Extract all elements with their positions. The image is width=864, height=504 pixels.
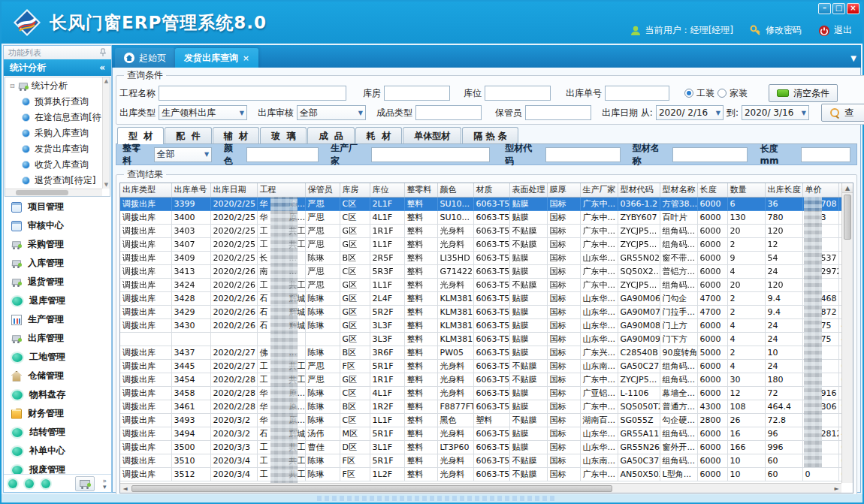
collapse-icon[interactable]: « xyxy=(99,62,105,73)
keeper-input[interactable] xyxy=(525,105,591,120)
column-header-膜厚[interactable]: 膜厚 xyxy=(547,183,580,197)
project-name-input[interactable] xyxy=(159,86,346,101)
length-input[interactable] xyxy=(801,147,850,162)
more-menus-button[interactable]: »▾ xyxy=(102,478,107,490)
profile-name-input[interactable] xyxy=(672,147,748,162)
whole-piece-dropdown[interactable]: 全部▼ xyxy=(154,147,212,162)
table-row[interactable]: 调拨出库34542020/2/28工共工程严思G区1R1F整料光身料6063-T… xyxy=(120,373,841,386)
table-row[interactable]: 调拨出库34072020/2/25工共工程严思G区1L1F整料光身料6063-T… xyxy=(120,237,841,251)
column-header-出库日期[interactable]: 出库日期 xyxy=(210,183,257,197)
sidebar-item-采购管理[interactable]: 采购管理 xyxy=(4,235,111,254)
scroll-thumb[interactable] xyxy=(844,195,851,240)
tab-close-icon[interactable]: × xyxy=(243,53,249,63)
table-row[interactable]: G区3L3F整料KLM38176063-T5贴膜国标山东华...GA90M09.… xyxy=(120,332,841,346)
column-header-数量[interactable]: 数量 xyxy=(727,183,765,197)
change-password-button[interactable]: 修改密码 xyxy=(750,24,802,37)
tree-item[interactable]: 采购入库查询 xyxy=(5,125,110,141)
tree-vertical-scrollbar[interactable]: ▲ ▼ xyxy=(102,77,110,189)
table-row[interactable]: 调拨出库35102020/3/4工共工程陈琳F区5R1F整料光身料6063-T5… xyxy=(120,454,841,467)
scroll-up-icon[interactable]: ▲ xyxy=(842,183,853,193)
table-row[interactable]: 调拨出库35002020/3/3工共工程曹佳D区3L1F整料LT3P606063… xyxy=(120,440,841,454)
tree-item[interactable]: 收货入库查询 xyxy=(5,157,110,173)
column-header-保管员[interactable]: 保管员 xyxy=(305,183,340,197)
scroll-thumb[interactable] xyxy=(131,485,612,492)
table-header-row[interactable]: 出库类型出库单号出库日期工程保管员库房库位整零料颜色材质表面处理膜厚生产厂家型材… xyxy=(120,183,841,197)
material-tab-7[interactable]: 单体型材 xyxy=(403,127,461,143)
table-row[interactable]: 调拨出库34092020/2/25长...陈琳B区2R5F整料LI35HD606… xyxy=(120,251,841,264)
product-type-input[interactable] xyxy=(415,105,482,120)
sidebar-section-header[interactable]: 统计分析 « xyxy=(4,59,111,76)
table-row[interactable]: 调拨出库34002020/2/25华原...严思C区4L1F整料SU10...6… xyxy=(120,210,841,224)
minimize-button[interactable]: – xyxy=(818,3,831,14)
out-type-dropdown[interactable]: 生产领料出库▼ xyxy=(159,105,247,120)
tab-shipment-outbound-query[interactable]: 发货出库查询 × xyxy=(175,48,258,68)
close-button[interactable]: × xyxy=(847,3,859,14)
pin-icon[interactable] xyxy=(99,48,107,57)
sidebar-item-出库管理[interactable]: 出库管理 xyxy=(4,329,111,348)
maximize-button[interactable]: □ xyxy=(832,3,845,14)
sidebar-item-入库管理[interactable]: 入库管理 xyxy=(4,254,111,273)
column-header-生产厂家[interactable]: 生产厂家 xyxy=(580,183,618,197)
date-to-dropdown[interactable]: 2020/ 3/16▼ xyxy=(742,105,809,120)
column-header-库位[interactable]: 库位 xyxy=(370,183,404,197)
table-row[interactable]: 调拨出库34132020/2/26南...严思C区5R3F整料G71422606… xyxy=(120,264,841,278)
table-horizontal-scrollbar[interactable]: ◄ ► xyxy=(120,483,841,493)
tree-item[interactable]: 发货出库查询 xyxy=(5,141,110,157)
table-row[interactable]: 调拨出库34452020/2/27工共工程严思F区5R1F整料光身料6063-T… xyxy=(120,359,841,373)
table-row[interactable]: 调拨出库33992020/2/25华原...严思C区2L1F整料SU10...6… xyxy=(120,197,841,210)
material-tab-4[interactable]: 玻 璃 xyxy=(260,127,307,143)
column-header-型材代码[interactable]: 型材代码 xyxy=(618,183,660,197)
column-header-表面处理[interactable]: 表面处理 xyxy=(509,183,547,197)
sidebar-item-物料盘存[interactable]: 物料盘存 xyxy=(4,385,111,404)
column-header-出库长度[interactable]: 出库长度 xyxy=(765,183,802,197)
table-row[interactable]: 调拨出库34582020/2/28华原...陈琳C区4L1F整料光身料6063-… xyxy=(120,386,841,400)
sidebar-item-仓储管理[interactable]: 仓储管理 xyxy=(4,367,111,385)
column-header-整零料[interactable]: 整零料 xyxy=(404,183,437,197)
dot-icon[interactable] xyxy=(41,479,50,488)
tree-item[interactable]: 预算执行查询 xyxy=(5,94,110,110)
search-button[interactable]: 查 询 xyxy=(821,104,864,122)
sidebar-item-结转管理[interactable]: 结转管理 xyxy=(4,423,111,442)
table-row[interactable]: 调拨出库34372020/2/27佛...陈琳B区3R6F整料PW056063-… xyxy=(120,346,841,359)
date-from-dropdown[interactable]: 2020/ 2/16▼ xyxy=(656,105,724,120)
sidebar-item-补单中心[interactable]: 补单中心 xyxy=(4,442,111,460)
sidebar-item-审核中心[interactable]: 审核中心 xyxy=(4,216,111,235)
column-header-出库类型[interactable]: 出库类型 xyxy=(120,183,171,197)
cart-shortcut-button[interactable] xyxy=(75,476,95,491)
column-header-颜色[interactable]: 颜色 xyxy=(437,183,473,197)
sidebar-item-报废管理[interactable]: 报废管理 xyxy=(4,460,111,474)
scroll-right-icon[interactable]: ► xyxy=(832,485,841,492)
column-header-材质[interactable]: 材质 xyxy=(473,183,509,197)
tree-expander-icon[interactable]: ⊟ xyxy=(10,83,15,89)
column-header-库房[interactable]: 库房 xyxy=(340,183,370,197)
table-vertical-scrollbar[interactable]: ▲ xyxy=(841,183,853,483)
scroll-left-icon[interactable]: ◄ xyxy=(120,485,130,492)
location-input[interactable] xyxy=(485,86,551,101)
tree-item[interactable]: 退货查询[待定] xyxy=(5,173,110,189)
column-header-工程[interactable]: 工程 xyxy=(257,183,305,197)
table-row[interactable]: 调拨出库34942020/3/2石辉城汤伟M区5R1F整料光身料6063-T5贴… xyxy=(120,427,841,440)
color-input[interactable] xyxy=(246,147,319,162)
tree-root-node[interactable]: ⊟ 统计分析 xyxy=(5,77,110,94)
dot-icon[interactable] xyxy=(8,479,17,488)
scroll-up-icon[interactable]: ▲ xyxy=(103,77,110,85)
clear-conditions-button[interactable]: 清空条件 xyxy=(769,84,838,102)
column-header-单价[interactable]: 单价 xyxy=(802,183,838,197)
dot-icon[interactable] xyxy=(25,479,34,488)
table-row[interactable]: 调拨出库34242020/2/26工共工程严思G区1L1F整料光身料6063-T… xyxy=(120,278,841,291)
table-row[interactable]: 调拨出库34612020/2/28华原...陈琳B区1R2F整料F8877FT6… xyxy=(120,400,841,413)
table-row[interactable]: 调拨出库34292020/2/26石辉城陈琳G区5R2F整料KLM3817606… xyxy=(120,305,841,318)
profile-code-input[interactable] xyxy=(545,147,621,162)
radio-jiazhuang[interactable]: 家装 xyxy=(717,87,748,100)
tab-overflow-arrow[interactable]: ▼ xyxy=(850,54,856,62)
sidebar-item-项目管理[interactable]: 项目管理 xyxy=(4,198,111,216)
tree-item[interactable]: 在途信息查询[待 xyxy=(5,110,110,125)
audit-dropdown[interactable]: 全部▼ xyxy=(297,105,366,120)
table-row[interactable]: 调拨出库34032020/2/25工共工程严思G区1R1F整料光身料6063-T… xyxy=(120,224,841,237)
sidebar-item-退库管理[interactable]: 退库管理 xyxy=(4,291,111,310)
sidebar-item-工地管理[interactable]: 工地管理 xyxy=(4,348,111,367)
sidebar-item-退货管理[interactable]: 退货管理 xyxy=(4,273,111,291)
sidebar-item-生产管理[interactable]: 生产管理 xyxy=(4,310,111,329)
warehouse-input[interactable] xyxy=(384,86,450,101)
radio-gongzhuang[interactable]: 工装 xyxy=(684,87,714,100)
